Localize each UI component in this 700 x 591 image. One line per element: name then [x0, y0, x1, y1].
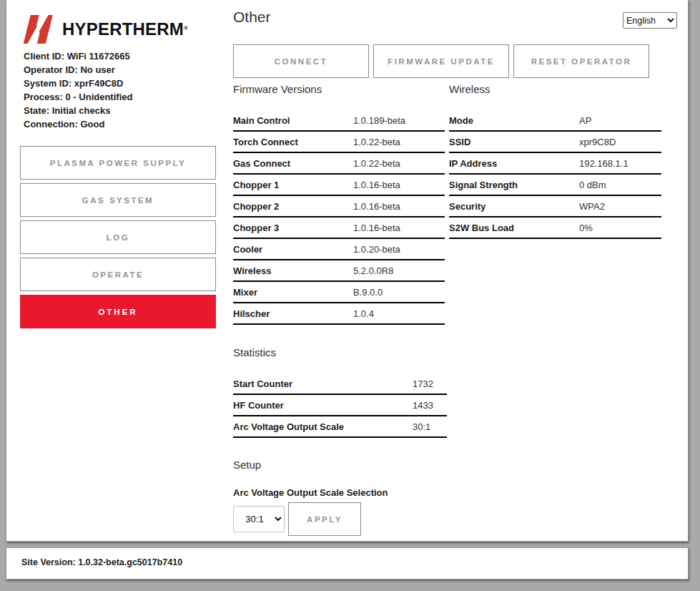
- row-label: Cooler: [233, 244, 353, 255]
- table-row: Chopper 1 1.0.16-beta: [233, 175, 445, 196]
- row-value: 1.0.16-beta: [353, 180, 400, 190]
- wireless-table: Mode AP SSID xpr9C8D IP Address 192.168.…: [449, 110, 661, 239]
- row-label: IP Address: [449, 158, 579, 169]
- statistics-title: Statistics: [233, 347, 447, 358]
- desktop-background: { "colors": { "brand_red": "#e8182f", "l…: [0, 0, 700, 591]
- client-info-line: State: Initial checks: [24, 104, 228, 117]
- reset-operator-button[interactable]: RESET OPERATOR: [513, 44, 649, 78]
- table-row: IP Address 192.168.1.1: [449, 153, 661, 175]
- client-info-line: Connection: Good: [24, 117, 228, 131]
- sidebar-item-plasma-power-supply[interactable]: PLASMA POWER SUPPLY: [20, 146, 216, 180]
- row-value: 1.0.22-beta: [353, 158, 400, 169]
- row-label: Wireless: [233, 265, 353, 276]
- table-row: Signal Strength 0 dBm: [449, 175, 661, 196]
- row-label: SSID: [449, 137, 579, 147]
- table-row: Mode AP: [449, 110, 661, 132]
- row-value: 1.0.16-beta: [353, 223, 400, 233]
- client-info-line: Client ID: WiFi 11672665: [24, 49, 228, 63]
- app-window: HYPERTHERM® Client ID: WiFi 11672665 Ope…: [6, 0, 689, 542]
- row-label: Chopper 2: [233, 201, 353, 212]
- registered-trademark-mark: ®: [184, 25, 188, 31]
- firmware-versions-section: Firmware Versions Main Control 1.0.189-b…: [233, 78, 445, 325]
- arc-voltage-scale-select[interactable]: 30:1: [233, 506, 285, 532]
- row-value: 1.0.189-beta: [353, 115, 405, 126]
- table-row: Main Control 1.0.189-beta: [233, 110, 445, 132]
- action-button-row: CONNECT FIRMWARE UPDATE RESET OPERATOR: [233, 44, 677, 78]
- arc-voltage-scale-selection-label: Arc Voltage Output Scale Selection: [233, 487, 677, 498]
- row-label: Security: [449, 201, 579, 212]
- client-info-panel: Client ID: WiFi 11672665 Operator ID: No…: [24, 49, 228, 131]
- table-row: Hilscher 1.0.4: [233, 303, 445, 325]
- table-row: Chopper 2 1.0.16-beta: [233, 196, 445, 218]
- language-select[interactable]: English: [623, 12, 677, 29]
- statistics-table: Start Counter 1732 HF Counter 1433 Arc V…: [233, 373, 447, 438]
- wireless-title: Wireless: [449, 84, 661, 94]
- row-value: 1.0.22-beta: [353, 137, 400, 147]
- apply-button[interactable]: APPLY: [288, 502, 361, 536]
- info-tables: Firmware Versions Main Control 1.0.189-b…: [233, 78, 677, 325]
- row-value: 1732: [413, 378, 433, 389]
- setup-section: Setup Arc Voltage Output Scale Selection…: [233, 459, 677, 536]
- table-row: SSID xpr9C8D: [449, 132, 661, 153]
- row-value: 5.2.0.0R8: [353, 265, 393, 276]
- row-label: S2W Bus Load: [449, 223, 579, 233]
- row-label: Mode: [449, 115, 579, 126]
- sidebar-item-other[interactable]: OTHER: [20, 295, 216, 328]
- row-value: 1433: [413, 400, 433, 411]
- table-row: Torch Connect 1.0.22-beta: [233, 132, 445, 153]
- row-label: Torch Connect: [233, 137, 353, 147]
- row-label: Signal Strength: [449, 180, 579, 190]
- table-row: Cooler 1.0.20-beta: [233, 239, 445, 260]
- firmware-versions-title: Firmware Versions: [233, 84, 445, 94]
- row-value: 30:1: [413, 421, 430, 432]
- setup-controls: 30:1 APPLY: [233, 502, 677, 536]
- main-content: Other English CONNECT FIRMWARE UPDATE RE…: [228, 0, 688, 541]
- statistics-section: Statistics Start Counter 1732 HF Counter…: [233, 347, 447, 438]
- row-label: HF Counter: [233, 400, 413, 411]
- row-label: Start Counter: [233, 378, 413, 389]
- table-row: Security WPA2: [449, 196, 661, 218]
- row-value: 1.0.16-beta: [353, 201, 400, 212]
- table-row: Mixer B.9.0.0: [233, 282, 445, 303]
- sidebar: HYPERTHERM® Client ID: WiFi 11672665 Ope…: [6, 0, 228, 541]
- table-row: Arc Voltage Output Scale 30:1: [233, 416, 447, 438]
- sidebar-nav: PLASMA POWER SUPPLY GAS SYSTEM LOG OPERA…: [20, 146, 228, 328]
- page-title: Other: [233, 9, 271, 26]
- sidebar-item-gas-system[interactable]: GAS SYSTEM: [20, 183, 216, 217]
- row-label: Gas Connect: [233, 158, 353, 169]
- table-row: Wireless 5.2.0.0R8: [233, 260, 445, 282]
- row-value: 0%: [579, 223, 593, 233]
- row-value: xpr9C8D: [579, 137, 616, 147]
- row-value: WPA2: [579, 201, 605, 212]
- firmware-update-button[interactable]: FIRMWARE UPDATE: [373, 44, 509, 78]
- sidebar-item-log[interactable]: LOG: [20, 220, 216, 254]
- table-row: Chopper 3 1.0.16-beta: [233, 218, 445, 239]
- row-label: Hilscher: [233, 308, 353, 319]
- wireless-section: Wireless Mode AP SSID xpr9C8D: [449, 78, 661, 325]
- row-value: 1.0.4: [353, 308, 374, 319]
- row-value: 0 dBm: [579, 180, 606, 190]
- hypertherm-logo: HYPERTHERM®: [24, 14, 228, 44]
- row-value: AP: [579, 115, 591, 126]
- logo-wordmark: HYPERTHERM: [62, 19, 184, 39]
- sidebar-item-operate[interactable]: OPERATE: [20, 258, 216, 291]
- table-row: S2W Bus Load 0%: [449, 218, 661, 239]
- client-info-line: Operator ID: No user: [24, 63, 228, 77]
- client-info-line: Process: 0 - Unidentified: [24, 90, 228, 104]
- footer: Site Version: 1.0.32-beta.gc5017b7410: [6, 547, 689, 580]
- firmware-versions-table: Main Control 1.0.189-beta Torch Connect …: [233, 110, 445, 325]
- row-label: Chopper 3: [233, 223, 353, 233]
- setup-title: Setup: [233, 459, 677, 470]
- table-row: Start Counter 1732: [233, 373, 447, 395]
- table-row: Gas Connect 1.0.22-beta: [233, 153, 445, 175]
- table-row: HF Counter 1433: [233, 395, 447, 416]
- row-value: B.9.0.0: [353, 287, 383, 298]
- row-label: Mixer: [233, 287, 353, 298]
- row-value: 1.0.20-beta: [353, 244, 400, 255]
- row-label: Main Control: [233, 115, 353, 126]
- connect-button[interactable]: CONNECT: [233, 44, 369, 78]
- main-header: Other English: [233, 9, 677, 29]
- row-label: Chopper 1: [233, 180, 353, 190]
- row-value: 192.168.1.1: [579, 158, 628, 169]
- row-label: Arc Voltage Output Scale: [233, 421, 413, 432]
